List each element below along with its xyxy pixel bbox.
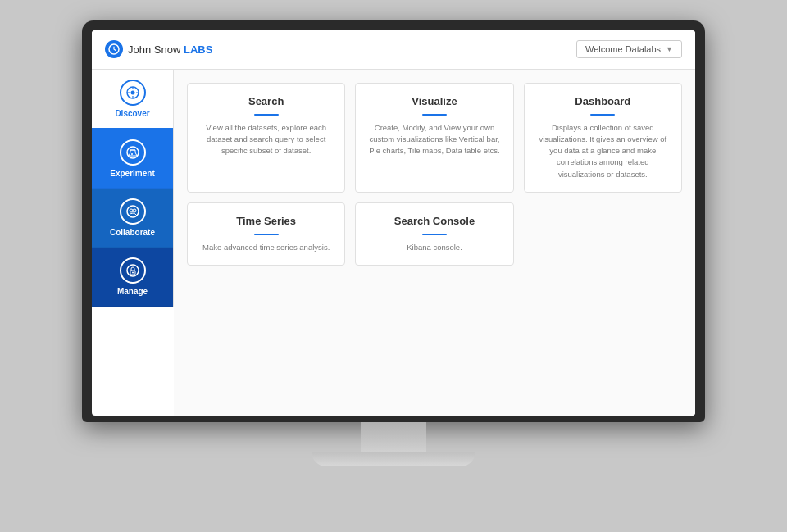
card-visualize-title: Visualize [412,95,457,107]
monitor-outer: John Snow LABS Welcome Datalabs ▼ [82,20,705,422]
logo-icon [105,40,123,58]
svg-point-9 [131,153,133,155]
card-search-console-title: Search Console [394,215,475,227]
card-dashboard-divider [590,114,615,116]
svg-point-15 [132,271,134,273]
card-visualize-desc: Create, Modify, and View your own custom… [366,122,503,157]
experiment-icon [120,139,146,166]
svg-point-12 [133,209,136,212]
card-visualize[interactable]: Visualize Create, Modify, and View your … [355,83,513,193]
card-search[interactable]: Search View all the datasets, explore ea… [187,83,345,193]
sidebar-label-experiment: Experiment [110,169,154,178]
sidebar: Discover Experiment [92,70,174,307]
sidebar-item-manage[interactable]: Manage [92,248,173,307]
card-search-console-desc: Kibana console. [407,242,462,253]
card-search-console-divider [422,234,447,235]
logo-text: John Snow LABS [128,43,212,56]
monitor-wrapper: John Snow LABS Welcome Datalabs ▼ [82,20,705,512]
card-time-series[interactable]: Time Series Make advanced time series an… [187,202,345,266]
monitor-screen: John Snow LABS Welcome Datalabs ▼ [92,30,695,416]
svg-point-7 [127,147,139,158]
sidebar-wrapper: Discover Experiment [92,70,174,416]
card-search-title: Search [248,95,284,107]
sidebar-label-discover: Discover [115,109,149,118]
user-label: Welcome Datalabs [585,44,661,54]
discover-icon [120,80,146,106]
sidebar-label-collaborate: Collaborate [110,228,155,237]
main-content: Discover Experiment [92,70,695,416]
user-dropdown[interactable]: Welcome Datalabs ▼ [576,40,682,58]
monitor-stand-neck [361,422,426,452]
card-dashboard-title: Dashboard [575,95,630,107]
card-search-console[interactable]: Search Console Kibana console. [355,202,513,266]
collaborate-icon [120,198,146,225]
sidebar-label-manage: Manage [117,287,148,296]
manage-icon [120,257,146,284]
app-header: John Snow LABS Welcome Datalabs ▼ [92,30,695,70]
monitor-stand-base [312,452,475,466]
card-time-series-title: Time Series [236,215,296,227]
sidebar-item-experiment[interactable]: Experiment [92,130,173,189]
sidebar-item-collaborate[interactable]: Collaborate [92,189,173,248]
card-time-series-desc: Make advanced time series analysis. [202,242,330,253]
logo-area: John Snow LABS [105,40,212,58]
cards-grid: Search View all the datasets, explore ea… [187,83,682,266]
card-dashboard[interactable]: Dashboard Displays a collection of saved… [524,83,682,193]
card-dashboard-desc: Displays a collection of saved visualiza… [535,122,671,180]
card-visualize-divider [422,114,447,116]
card-time-series-divider [254,234,279,235]
sidebar-item-discover[interactable]: Discover [92,70,173,130]
svg-point-2 [130,90,134,94]
card-search-desc: View all the datasets, explore each data… [198,122,334,157]
dropdown-arrow-icon: ▼ [666,45,673,53]
content-area: Search View all the datasets, explore ea… [174,70,695,416]
svg-point-11 [130,209,133,212]
card-search-divider [254,114,279,116]
